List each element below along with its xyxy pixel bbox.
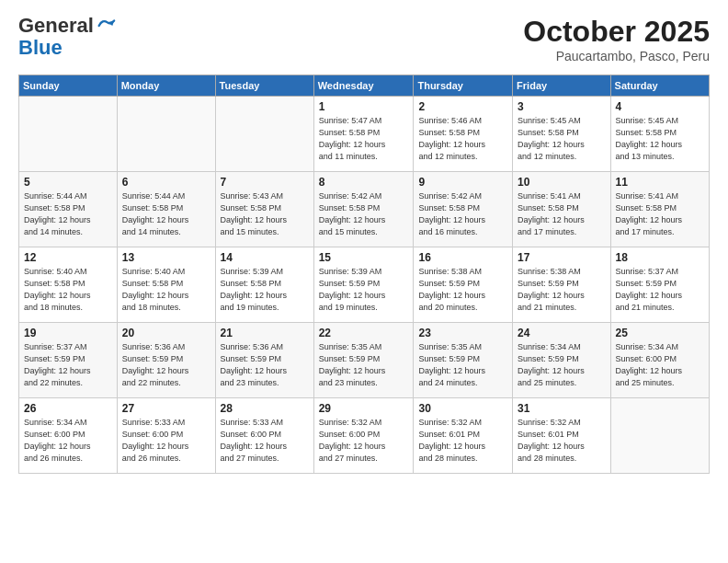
page: General Blue October 2025 Paucartambo, P… bbox=[0, 0, 728, 563]
calendar-cell: 27Sunrise: 5:33 AMSunset: 6:00 PMDayligh… bbox=[117, 398, 215, 474]
day-info: Sunrise: 5:35 AMSunset: 5:59 PMDaylight:… bbox=[418, 341, 507, 389]
day-info: Sunrise: 5:36 AMSunset: 5:59 PMDaylight:… bbox=[122, 341, 210, 389]
weekday-header-row: SundayMondayTuesdayWednesdayThursdayFrid… bbox=[19, 75, 710, 97]
day-info: Sunrise: 5:43 AMSunset: 5:58 PMDaylight:… bbox=[221, 190, 309, 238]
calendar-cell bbox=[117, 97, 215, 172]
weekday-header: Friday bbox=[513, 75, 610, 97]
calendar-cell: 22Sunrise: 5:35 AMSunset: 5:59 PMDayligh… bbox=[313, 323, 414, 398]
calendar-cell: 16Sunrise: 5:38 AMSunset: 5:59 PMDayligh… bbox=[414, 247, 513, 323]
day-number: 29 bbox=[319, 402, 409, 415]
calendar-week-row: 5Sunrise: 5:44 AMSunset: 5:58 PMDaylight… bbox=[19, 172, 710, 247]
day-info: Sunrise: 5:39 AMSunset: 5:59 PMDaylight:… bbox=[319, 266, 409, 314]
logo-blue: Blue bbox=[18, 36, 63, 59]
weekday-header: Thursday bbox=[414, 75, 513, 97]
calendar: SundayMondayTuesdayWednesdayThursdayFrid… bbox=[18, 75, 710, 474]
day-number: 10 bbox=[518, 176, 605, 189]
calendar-cell: 1Sunrise: 5:47 AMSunset: 5:58 PMDaylight… bbox=[313, 97, 414, 172]
day-info: Sunrise: 5:36 AMSunset: 5:59 PMDaylight:… bbox=[221, 341, 309, 389]
day-info: Sunrise: 5:33 AMSunset: 6:00 PMDaylight:… bbox=[221, 417, 309, 465]
day-number: 25 bbox=[616, 327, 704, 339]
day-info: Sunrise: 5:41 AMSunset: 5:58 PMDaylight:… bbox=[518, 190, 605, 238]
calendar-week-row: 26Sunrise: 5:34 AMSunset: 6:00 PMDayligh… bbox=[19, 398, 710, 474]
day-number: 20 bbox=[122, 327, 210, 339]
calendar-cell: 30Sunrise: 5:32 AMSunset: 6:01 PMDayligh… bbox=[414, 398, 513, 474]
day-number: 30 bbox=[418, 402, 507, 415]
header: General Blue October 2025 Paucartambo, P… bbox=[18, 15, 710, 63]
day-info: Sunrise: 5:42 AMSunset: 5:58 PMDaylight:… bbox=[418, 190, 507, 238]
day-info: Sunrise: 5:34 AMSunset: 5:59 PMDaylight:… bbox=[518, 341, 605, 389]
calendar-week-row: 12Sunrise: 5:40 AMSunset: 5:58 PMDayligh… bbox=[19, 247, 710, 323]
day-info: Sunrise: 5:34 AMSunset: 6:00 PMDaylight:… bbox=[616, 341, 704, 389]
calendar-cell: 20Sunrise: 5:36 AMSunset: 5:59 PMDayligh… bbox=[117, 323, 215, 398]
day-number: 16 bbox=[418, 251, 507, 264]
day-info: Sunrise: 5:35 AMSunset: 5:59 PMDaylight:… bbox=[319, 341, 409, 389]
day-info: Sunrise: 5:40 AMSunset: 5:58 PMDaylight:… bbox=[24, 266, 112, 314]
calendar-cell: 26Sunrise: 5:34 AMSunset: 6:00 PMDayligh… bbox=[19, 398, 118, 474]
day-number: 7 bbox=[221, 176, 309, 189]
calendar-cell: 28Sunrise: 5:33 AMSunset: 6:00 PMDayligh… bbox=[215, 398, 313, 474]
calendar-cell bbox=[610, 398, 709, 474]
day-info: Sunrise: 5:38 AMSunset: 5:59 PMDaylight:… bbox=[518, 266, 605, 314]
day-number: 28 bbox=[221, 402, 309, 415]
day-number: 2 bbox=[418, 100, 507, 113]
day-number: 11 bbox=[616, 176, 704, 189]
day-info: Sunrise: 5:32 AMSunset: 6:00 PMDaylight:… bbox=[319, 417, 409, 465]
day-info: Sunrise: 5:37 AMSunset: 5:59 PMDaylight:… bbox=[24, 341, 112, 389]
calendar-cell: 9Sunrise: 5:42 AMSunset: 5:58 PMDaylight… bbox=[414, 172, 513, 247]
day-number: 12 bbox=[24, 251, 112, 264]
calendar-cell: 25Sunrise: 5:34 AMSunset: 6:00 PMDayligh… bbox=[610, 323, 709, 398]
day-info: Sunrise: 5:38 AMSunset: 5:59 PMDaylight:… bbox=[418, 266, 507, 314]
calendar-cell: 8Sunrise: 5:42 AMSunset: 5:58 PMDaylight… bbox=[313, 172, 414, 247]
day-number: 19 bbox=[24, 327, 112, 339]
calendar-cell: 11Sunrise: 5:41 AMSunset: 5:58 PMDayligh… bbox=[610, 172, 709, 247]
weekday-header: Saturday bbox=[610, 75, 709, 97]
day-number: 31 bbox=[518, 402, 605, 415]
calendar-cell: 31Sunrise: 5:32 AMSunset: 6:01 PMDayligh… bbox=[513, 398, 610, 474]
day-info: Sunrise: 5:41 AMSunset: 5:58 PMDaylight:… bbox=[616, 190, 704, 238]
calendar-cell: 19Sunrise: 5:37 AMSunset: 5:59 PMDayligh… bbox=[19, 323, 118, 398]
day-info: Sunrise: 5:37 AMSunset: 5:59 PMDaylight:… bbox=[616, 266, 704, 314]
calendar-cell: 29Sunrise: 5:32 AMSunset: 6:00 PMDayligh… bbox=[313, 398, 414, 474]
logo-icon bbox=[96, 16, 116, 36]
day-number: 26 bbox=[24, 402, 112, 415]
day-number: 27 bbox=[122, 402, 210, 415]
day-info: Sunrise: 5:39 AMSunset: 5:58 PMDaylight:… bbox=[221, 266, 309, 314]
location-subtitle: Paucartambo, Pasco, Peru bbox=[523, 49, 710, 63]
day-number: 6 bbox=[122, 176, 210, 189]
calendar-cell: 10Sunrise: 5:41 AMSunset: 5:58 PMDayligh… bbox=[513, 172, 610, 247]
day-number: 23 bbox=[418, 327, 507, 339]
day-info: Sunrise: 5:32 AMSunset: 6:01 PMDaylight:… bbox=[418, 417, 507, 465]
day-number: 5 bbox=[24, 176, 112, 189]
day-info: Sunrise: 5:46 AMSunset: 5:58 PMDaylight:… bbox=[418, 115, 507, 163]
calendar-cell: 3Sunrise: 5:45 AMSunset: 5:58 PMDaylight… bbox=[513, 97, 610, 172]
day-number: 8 bbox=[319, 176, 409, 189]
calendar-cell: 23Sunrise: 5:35 AMSunset: 5:59 PMDayligh… bbox=[414, 323, 513, 398]
day-number: 4 bbox=[616, 100, 704, 113]
calendar-cell: 15Sunrise: 5:39 AMSunset: 5:59 PMDayligh… bbox=[313, 247, 414, 323]
calendar-cell: 7Sunrise: 5:43 AMSunset: 5:58 PMDaylight… bbox=[215, 172, 313, 247]
day-number: 21 bbox=[221, 327, 309, 339]
day-info: Sunrise: 5:32 AMSunset: 6:01 PMDaylight:… bbox=[518, 417, 605, 465]
weekday-header: Wednesday bbox=[313, 75, 414, 97]
day-number: 9 bbox=[418, 176, 507, 189]
weekday-header: Sunday bbox=[19, 75, 118, 97]
calendar-cell: 5Sunrise: 5:44 AMSunset: 5:58 PMDaylight… bbox=[19, 172, 118, 247]
calendar-cell: 21Sunrise: 5:36 AMSunset: 5:59 PMDayligh… bbox=[215, 323, 313, 398]
day-number: 14 bbox=[221, 251, 309, 264]
calendar-week-row: 1Sunrise: 5:47 AMSunset: 5:58 PMDaylight… bbox=[19, 97, 710, 172]
calendar-cell: 6Sunrise: 5:44 AMSunset: 5:58 PMDaylight… bbox=[117, 172, 215, 247]
day-number: 15 bbox=[319, 251, 409, 264]
calendar-cell bbox=[19, 97, 118, 172]
weekday-header: Tuesday bbox=[215, 75, 313, 97]
day-info: Sunrise: 5:44 AMSunset: 5:58 PMDaylight:… bbox=[122, 190, 210, 238]
day-number: 22 bbox=[319, 327, 409, 339]
logo-general: General bbox=[18, 15, 94, 37]
day-number: 17 bbox=[518, 251, 605, 264]
title-block: October 2025 Paucartambo, Pasco, Peru bbox=[523, 15, 710, 63]
day-info: Sunrise: 5:34 AMSunset: 6:00 PMDaylight:… bbox=[24, 417, 112, 465]
day-info: Sunrise: 5:42 AMSunset: 5:58 PMDaylight:… bbox=[319, 190, 409, 238]
day-number: 24 bbox=[518, 327, 605, 339]
calendar-cell bbox=[215, 97, 313, 172]
day-number: 3 bbox=[518, 100, 605, 113]
calendar-cell: 14Sunrise: 5:39 AMSunset: 5:58 PMDayligh… bbox=[215, 247, 313, 323]
